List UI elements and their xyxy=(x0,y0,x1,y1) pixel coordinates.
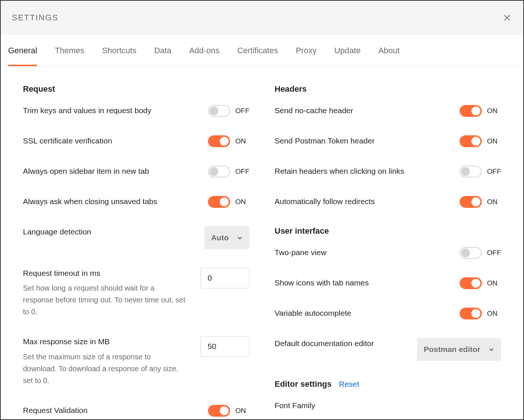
tab-themes[interactable]: Themes xyxy=(55,35,84,66)
tab-update[interactable]: Update xyxy=(334,35,360,66)
tab-proxy[interactable]: Proxy xyxy=(296,35,316,66)
ask-unsaved-toggle[interactable] xyxy=(208,196,230,208)
token-label: Send Postman Token header xyxy=(275,135,374,146)
lang-detect-select[interactable]: Auto xyxy=(204,226,249,249)
tab-about[interactable]: About xyxy=(378,35,400,66)
no-cache-toggle[interactable] xyxy=(460,105,482,117)
icons-tab-label: Show icons with tab names xyxy=(275,277,369,288)
max-size-desc: Set the maximum size of a response to do… xyxy=(23,351,186,386)
redirects-toggle[interactable] xyxy=(460,196,482,208)
validation-state: ON xyxy=(235,407,249,415)
tab-certificates[interactable]: Certificates xyxy=(237,35,278,66)
ssl-state: ON xyxy=(235,137,249,145)
chevron-down-icon xyxy=(488,346,494,352)
trim-state: OFF xyxy=(235,107,249,115)
settings-tabs: General Themes Shortcuts Data Add-ons Ce… xyxy=(1,35,523,67)
validation-toggle[interactable] xyxy=(208,405,230,417)
redirects-state: ON xyxy=(487,198,501,206)
icons-tab-toggle[interactable] xyxy=(460,277,482,289)
no-cache-state: ON xyxy=(487,107,501,115)
section-request: Request xyxy=(23,84,249,94)
tab-data[interactable]: Data xyxy=(154,35,171,66)
redirects-label: Automatically follow redirects xyxy=(275,196,375,207)
reset-link[interactable]: Reset xyxy=(339,380,359,389)
ssl-toggle[interactable] xyxy=(208,135,230,147)
retain-toggle[interactable] xyxy=(460,166,482,177)
doc-editor-label: Default documentation editor xyxy=(275,338,374,349)
sidebar-newtab-label: Always open sidebar item in new tab xyxy=(23,166,149,176)
timeout-label: Request timeout in ms xyxy=(23,268,193,278)
validation-label: Request Validation xyxy=(23,405,88,416)
two-pane-state: OFF xyxy=(487,249,501,257)
sidebar-newtab-toggle[interactable] xyxy=(208,166,230,177)
two-pane-label: Two-pane view xyxy=(275,247,326,258)
section-ui: User interface xyxy=(275,226,501,236)
timeout-input[interactable] xyxy=(201,268,249,288)
section-headers: Headers xyxy=(275,84,501,94)
close-button[interactable] xyxy=(501,12,513,24)
settings-title: SETTINGS xyxy=(12,13,58,23)
doc-editor-select[interactable]: Postman editor xyxy=(417,338,501,361)
trim-toggle[interactable] xyxy=(208,105,230,117)
ask-unsaved-label: Always ask when closing unsaved tabs xyxy=(23,196,157,207)
font-family-label: Font Family xyxy=(275,400,315,411)
chevron-down-icon xyxy=(237,235,243,241)
max-size-input[interactable] xyxy=(201,336,249,357)
no-cache-label: Send no-cache header xyxy=(275,105,353,116)
retain-label: Retain headers when clicking on links xyxy=(275,166,404,176)
lang-detect-label: Language detection xyxy=(23,226,91,237)
close-icon xyxy=(503,13,511,22)
ask-unsaved-state: ON xyxy=(235,198,249,206)
token-toggle[interactable] xyxy=(460,135,482,147)
tab-general[interactable]: General xyxy=(8,35,37,66)
section-editor: Editor settings xyxy=(275,379,332,389)
autocomplete-toggle[interactable] xyxy=(460,308,482,319)
doc-editor-value: Postman editor xyxy=(424,345,480,354)
ssl-label: SSL certificate verification xyxy=(23,135,112,146)
max-size-label: Max response size in MB xyxy=(23,336,193,347)
trim-label: Trim keys and values in request body xyxy=(23,105,151,116)
timeout-desc: Set how long a request should wait for a… xyxy=(23,282,186,318)
icons-tab-state: ON xyxy=(487,279,501,287)
sidebar-newtab-state: OFF xyxy=(235,167,249,176)
two-pane-toggle[interactable] xyxy=(460,247,482,259)
token-state: ON xyxy=(487,137,501,145)
lang-detect-value: Auto xyxy=(211,233,229,242)
autocomplete-label: Variable autocomplete xyxy=(275,308,351,318)
tab-addons[interactable]: Add-ons xyxy=(189,35,219,66)
tab-shortcuts[interactable]: Shortcuts xyxy=(102,35,137,66)
retain-state: OFF xyxy=(487,167,501,176)
autocomplete-state: ON xyxy=(487,309,501,318)
